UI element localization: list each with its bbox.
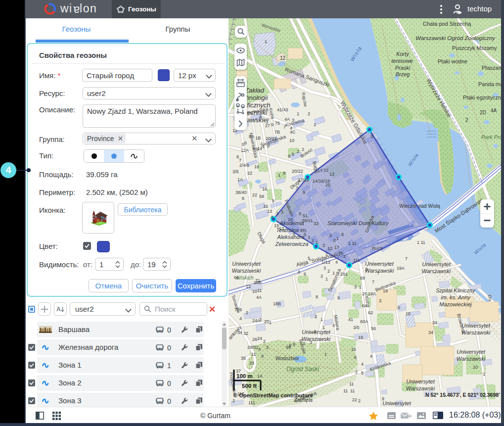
- svg-text:27: 27: [265, 123, 270, 128]
- svg-text:11: 11: [251, 352, 256, 357]
- svg-text:12: 12: [246, 284, 251, 289]
- svg-text:24: 24: [257, 336, 262, 341]
- svg-text:7: 7: [405, 256, 408, 261]
- svg-text:2: 2: [358, 398, 361, 403]
- svg-text:8: 8: [293, 232, 295, 237]
- svg-text:1A: 1A: [237, 177, 243, 182]
- svg-text:2: 2: [297, 149, 299, 154]
- svg-text:16: 16: [262, 187, 267, 191]
- svg-text:0: 0: [167, 397, 171, 405]
- svg-text:Uniwersytet: Uniwersytet: [232, 261, 261, 267]
- svg-text:29/31: 29/31: [247, 345, 259, 350]
- svg-text:34: 34: [432, 320, 437, 325]
- svg-text:2D: 2D: [480, 110, 486, 115]
- svg-text:Ptaki egzotyczne: Ptaki egzotyczne: [463, 95, 501, 100]
- svg-text:2: 2: [312, 238, 314, 243]
- svg-text:1: 1: [332, 271, 335, 276]
- svg-text:4: 4: [361, 362, 364, 367]
- svg-text:51,: 51,: [303, 213, 309, 218]
- svg-text:20: 20: [288, 217, 293, 222]
- svg-text:9: 9: [382, 396, 384, 401]
- svg-text:1: 1: [325, 277, 328, 282]
- svg-text:2: 2: [327, 269, 330, 274]
- svg-text:9: 9: [337, 295, 340, 300]
- svg-text:15: 15: [263, 204, 268, 209]
- svg-text:66: 66: [234, 275, 239, 280]
- svg-text:Staromiejski Dom Kultury: Staromiejski Dom Kultury: [327, 220, 389, 226]
- svg-text:1: 1: [297, 111, 299, 116]
- svg-text:Korty: Korty: [396, 51, 410, 57]
- svg-text:1: 1: [483, 372, 485, 377]
- svg-text:2: 2: [465, 117, 468, 123]
- svg-text:Warszawski: Warszawski: [422, 268, 451, 274]
- svg-text:759: 759: [234, 307, 242, 312]
- svg-text:7: 7: [239, 158, 241, 163]
- svg-text:10: 10: [289, 138, 294, 143]
- svg-text:3/5: 3/5: [353, 325, 360, 330]
- svg-text:34: 34: [237, 330, 242, 335]
- svg-text:1: 1: [167, 362, 171, 370]
- svg-text:1: 1: [316, 240, 318, 245]
- svg-text:Warszawski: Warszawski: [302, 336, 331, 342]
- svg-text:tenisowe: tenisowe: [391, 58, 412, 64]
- svg-text:9: 9: [261, 354, 264, 359]
- svg-text:im. ks. Anny: im. ks. Anny: [441, 294, 471, 300]
- svg-text:Warszawski: Warszawski: [457, 356, 486, 362]
- svg-text:Panda mała: Panda mała: [478, 81, 501, 87]
- svg-text:68: 68: [360, 276, 365, 281]
- svg-text:Aleksandra: Aleksandra: [276, 234, 304, 240]
- svg-text:4A: 4A: [284, 117, 290, 122]
- svg-text:2: 2: [302, 147, 304, 152]
- svg-text:Uniwersytet: Uniwersytet: [461, 323, 490, 329]
- svg-text:1: 1: [269, 320, 272, 325]
- svg-text:1: 1: [265, 39, 267, 44]
- svg-text:12: 12: [280, 55, 286, 61]
- svg-text:8A: 8A: [249, 134, 254, 139]
- svg-text:8: 8: [341, 232, 344, 237]
- svg-text:8: 8: [288, 154, 290, 159]
- svg-text:1: 1: [321, 317, 323, 322]
- svg-text:3: 3: [296, 186, 298, 190]
- svg-text:Uniwersytet: Uniwersytet: [365, 261, 394, 267]
- svg-text:1: 1: [324, 352, 327, 357]
- svg-text:1: 1: [314, 122, 316, 127]
- svg-text:6: 6: [329, 233, 332, 238]
- svg-text:Warszawski Ogród Zoologiczny: Warszawski Ogród Zoologiczny: [415, 35, 496, 41]
- svg-text:8: 8: [316, 294, 318, 299]
- svg-text:3: 3: [322, 243, 325, 248]
- svg-text:5: 5: [308, 256, 310, 261]
- svg-text:3: 3: [379, 298, 381, 303]
- svg-text:17: 17: [334, 245, 339, 250]
- svg-text:3: 3: [259, 317, 262, 322]
- svg-text:13: 13: [279, 226, 284, 231]
- svg-text:19A: 19A: [368, 291, 376, 296]
- svg-text:19: 19: [358, 335, 363, 340]
- svg-text:5: 5: [361, 371, 364, 376]
- svg-text:1B: 1B: [255, 136, 261, 141]
- svg-text:5: 5: [292, 152, 294, 157]
- svg-text:25: 25: [362, 291, 367, 296]
- svg-text:2: 2: [303, 341, 305, 346]
- svg-text:1: 1: [281, 209, 283, 214]
- svg-text:Ptaki wodne: Ptaki wodne: [438, 58, 467, 64]
- svg-text:20: 20: [264, 319, 269, 324]
- svg-text:10: 10: [252, 289, 257, 294]
- svg-text:Wodozbiór: Wodozbiór: [275, 356, 299, 361]
- svg-text:© OpenStreetMap contributors: © OpenStreetMap contributors: [233, 392, 313, 398]
- svg-text:8: 8: [267, 143, 270, 148]
- svg-text:Uniwersytet: Uniwersytet: [406, 379, 435, 384]
- svg-text:Ptaszamia: Ptaszamia: [482, 65, 501, 71]
- svg-text:13: 13: [329, 172, 334, 177]
- svg-text:32: 32: [243, 331, 248, 336]
- svg-text:9: 9: [299, 211, 301, 216]
- svg-text:18B: 18B: [273, 301, 281, 306]
- svg-text:7: 7: [283, 125, 286, 130]
- svg-text:75: 75: [275, 121, 280, 126]
- svg-text:4: 4: [370, 354, 372, 359]
- svg-text:N 52° 15.4673′, E 021° 02.3698: N 52° 15.4673′, E 021° 02.3698′: [425, 392, 500, 398]
- svg-text:6: 6: [354, 355, 357, 360]
- svg-text:Ogród Saski: Ogród Saski: [286, 366, 319, 373]
- svg-text:0: 0: [167, 379, 171, 387]
- svg-text:5: 5: [304, 232, 306, 237]
- svg-text:4: 4: [335, 260, 338, 265]
